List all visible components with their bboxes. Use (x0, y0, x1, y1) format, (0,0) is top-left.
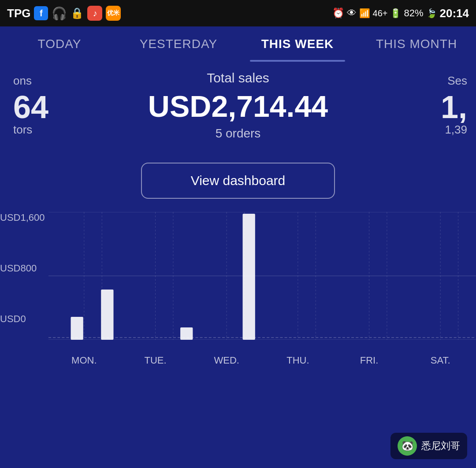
svg-rect-16 (101, 290, 113, 340)
x-label-sat: SAT. (405, 355, 476, 366)
stat-left-value: 64 (13, 91, 71, 123)
y-label-800: USD800 (0, 263, 45, 274)
watermark-text: 悉尼刘哥 (421, 439, 460, 453)
lock-icon: 🔒 (71, 7, 84, 19)
chart-svg (48, 212, 476, 340)
svg-rect-18 (243, 214, 255, 340)
tab-yesterday[interactable]: YESTERDAY (119, 26, 238, 62)
tabs-bar: TODAY YESTERDAY THIS WEEK THIS MONTH (0, 26, 476, 62)
x-label-mon: MON. (48, 355, 120, 366)
svg-rect-17 (180, 327, 193, 340)
watermark-avatar: 🐼 (398, 436, 417, 456)
tab-today[interactable]: TODAY (0, 26, 119, 62)
x-label-tue: TUE. (120, 355, 191, 366)
tab-this-week[interactable]: THIS WEEK (238, 26, 357, 62)
headset-icon: 🎧 (52, 6, 67, 21)
youmi-icon: 优米 (106, 6, 121, 21)
x-label-fri: FRI. (334, 355, 405, 366)
signal-label: 46+ (373, 8, 388, 19)
y-label-0: USD0 (0, 313, 45, 325)
alarm-icon: ⏰ (332, 7, 344, 19)
time-label: 20:14 (440, 7, 469, 20)
chart-x-labels: MON. TUE. WED. THU. FRI. SAT. (48, 355, 476, 366)
total-sales-value: USD2,714.44 (148, 90, 328, 123)
eye-icon: 👁 (347, 7, 357, 19)
watermark: 🐼 悉尼刘哥 (390, 433, 467, 459)
x-label-thu: THU. (262, 355, 334, 366)
tpg-label: TPG (7, 7, 30, 20)
stat-right: Ses 1, 1,39 (405, 71, 476, 141)
svg-rect-15 (71, 317, 83, 340)
status-bar-left: TPG f 🎧 🔒 ♪ 优米 (7, 6, 121, 21)
total-orders: 5 orders (216, 126, 261, 141)
music-icon: ♪ (87, 6, 102, 21)
wifi-icon: 📶 (359, 8, 370, 19)
stat-right-label: Ses (447, 74, 467, 88)
status-bar: TPG f 🎧 🔒 ♪ 优米 ⏰ 👁 📶 46+ 🔋 82% 🍃 20:14 (0, 0, 476, 26)
stats-row: ons 64 tors Total sales USD2,714.44 5 or… (0, 62, 476, 154)
battery-icon: 🔋 (390, 8, 401, 19)
view-dashboard-button[interactable]: View dashboard (141, 163, 335, 199)
chart-area: USD1,600 USD800 USD0 (0, 212, 476, 366)
y-label-1600: USD1,600 (0, 212, 45, 223)
chart-container: USD1,600 USD800 USD0 (0, 212, 476, 353)
x-label-wed: WED. (191, 355, 262, 366)
stat-left-sub: tors (13, 123, 71, 137)
tab-this-month[interactable]: THIS MONTH (357, 26, 476, 62)
stat-left-label: ons (13, 74, 71, 88)
stat-center: Total sales USD2,714.44 5 orders (71, 71, 405, 141)
chart-y-labels: USD1,600 USD800 USD0 (0, 212, 45, 353)
battery-label: 82% (404, 7, 423, 19)
leaf-icon: 🍃 (426, 8, 437, 19)
facebook-icon: f (34, 6, 48, 20)
status-bar-right: ⏰ 👁 📶 46+ 🔋 82% 🍃 20:14 (332, 7, 469, 20)
stat-right-sub: 1,39 (445, 123, 467, 137)
total-sales-label: Total sales (207, 71, 269, 85)
stat-left: ons 64 tors (0, 71, 71, 141)
stat-right-value: 1, (441, 91, 467, 123)
